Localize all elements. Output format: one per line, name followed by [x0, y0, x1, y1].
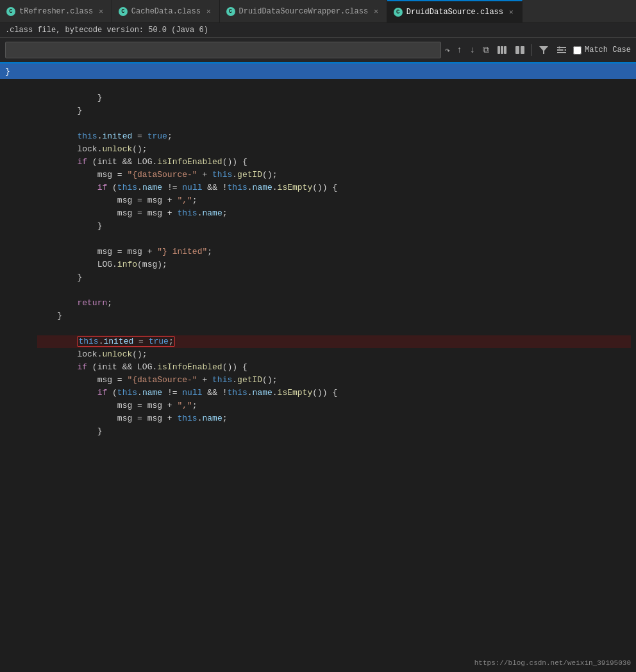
code-line-28: }: [37, 425, 631, 438]
info-text: .class file, bytecode version: 50.0 (Jav…: [5, 26, 208, 35]
code-line-10: msg = msg + ",";: [37, 194, 631, 207]
code-line-19: }: [37, 310, 631, 323]
code-line-2: }: [37, 92, 631, 105]
svg-marker-5: [539, 46, 548, 54]
svg-rect-1: [501, 46, 503, 54]
tab-icon-cachedata: C: [119, 7, 128, 16]
info-bar: .class file, bytecode version: 50.0 (Jav…: [0, 23, 636, 38]
toolbar-up-icon[interactable]: ↑: [454, 44, 464, 56]
tab-close-druidsource[interactable]: ✕: [507, 6, 515, 17]
code-line-23: if (init && LOG.isInfoEnabled()) {: [37, 361, 631, 374]
code-line-21: this.inited = true;: [37, 335, 631, 348]
top-selected-row: }: [0, 63, 636, 79]
svg-rect-3: [515, 46, 519, 54]
svg-rect-0: [498, 46, 500, 54]
search-input[interactable]: [10, 46, 437, 55]
code-line-8: msg = "{dataSource-" + this.getID();: [37, 169, 631, 181]
tab-label-druidsource: DruidDataSource.class: [406, 8, 503, 17]
toolbar-split-icon[interactable]: [512, 44, 528, 56]
toolbar-down-icon[interactable]: ↓: [467, 44, 478, 56]
code-content: } } this.inited = true; lock.unlock(); i…: [32, 79, 636, 656]
code-line-11: msg = msg + this.name;: [37, 207, 631, 220]
tab-close-trefresher[interactable]: ✕: [97, 6, 105, 17]
tab-label-wrapper: DruidDataSourceWrapper.class: [239, 7, 369, 16]
code-line-13: [37, 233, 631, 246]
search-input-wrap: [5, 42, 441, 58]
code-line-9: if (this.name != null && !this.name.isEm…: [37, 181, 631, 194]
svg-rect-4: [521, 46, 524, 54]
code-line-25: if (this.name != null && !this.name.isEm…: [37, 387, 631, 399]
code-line-20: [37, 323, 631, 335]
svg-rect-8: [557, 52, 566, 53]
code-line-4: [37, 117, 631, 130]
code-line-3: }: [37, 105, 631, 117]
svg-rect-12: [563, 49, 565, 51]
tab-icon-trefresher: C: [6, 7, 15, 16]
tab-cachedata[interactable]: C CacheData.class ✕: [112, 0, 220, 23]
code-line-16: }: [37, 271, 631, 284]
toolbar-separator: [531, 44, 532, 56]
code-line-1: [37, 79, 631, 92]
tab-label-cachedata: CacheData.class: [131, 7, 201, 16]
svg-rect-2: [504, 46, 506, 54]
code-line-5: this.inited = true;: [37, 130, 631, 143]
tab-icon-druidsource: C: [394, 8, 403, 17]
toolbar-filter-icon[interactable]: [536, 44, 551, 56]
code-line-18: return;: [37, 297, 631, 310]
code-line-17: [37, 284, 631, 297]
tab-druidsource[interactable]: C DruidDataSource.class ✕: [387, 0, 523, 23]
match-case-label: Match Case: [585, 46, 631, 55]
search-bar: ↷ ↑ ↓ ⧉: [0, 38, 636, 63]
tab-trefresher[interactable]: C tRefresher.class ✕: [0, 0, 112, 23]
tab-bar: C tRefresher.class ✕ C CacheData.class ✕…: [0, 0, 636, 23]
match-case-wrap: Match Case: [573, 46, 631, 55]
tab-icon-wrapper: C: [226, 7, 235, 16]
match-case-checkbox[interactable]: [573, 46, 582, 55]
toolbar-settings-icon[interactable]: [554, 44, 569, 56]
code-line-24: msg = "{dataSource-" + this.getID();: [37, 374, 631, 387]
code-line-12: }: [37, 220, 631, 233]
code-line-27: msg = msg + this.name;: [37, 412, 631, 425]
tab-close-wrapper[interactable]: ✕: [372, 6, 380, 17]
toolbar-icons: ↑ ↓ ⧉: [454, 44, 569, 56]
code-line-22: lock.unlock();: [37, 348, 631, 361]
code-line-6: lock.unlock();: [37, 143, 631, 156]
search-arrow-icon[interactable]: ↷: [445, 45, 450, 56]
svg-point-10: [558, 47, 560, 49]
toolbar-columns-icon[interactable]: [494, 44, 510, 56]
line-gutter: [0, 79, 32, 656]
code-line-15: LOG.info(msg);: [37, 258, 631, 271]
tab-label-trefresher: tRefresher.class: [19, 7, 93, 16]
code-line-26: msg = msg + ",";: [37, 399, 631, 412]
tab-wrapper[interactable]: C DruidDataSourceWrapper.class ✕: [220, 0, 387, 23]
code-area: } } this.inited = true; lock.unlock(); i…: [0, 79, 636, 656]
toolbar-expand-icon[interactable]: ⧉: [480, 44, 492, 56]
top-selected-code: }: [5, 67, 10, 76]
tab-close-cachedata[interactable]: ✕: [205, 6, 213, 17]
code-line-14: msg = msg + "} inited";: [37, 246, 631, 258]
code-line-7: if (init && LOG.isInfoEnabled()) {: [37, 156, 631, 169]
